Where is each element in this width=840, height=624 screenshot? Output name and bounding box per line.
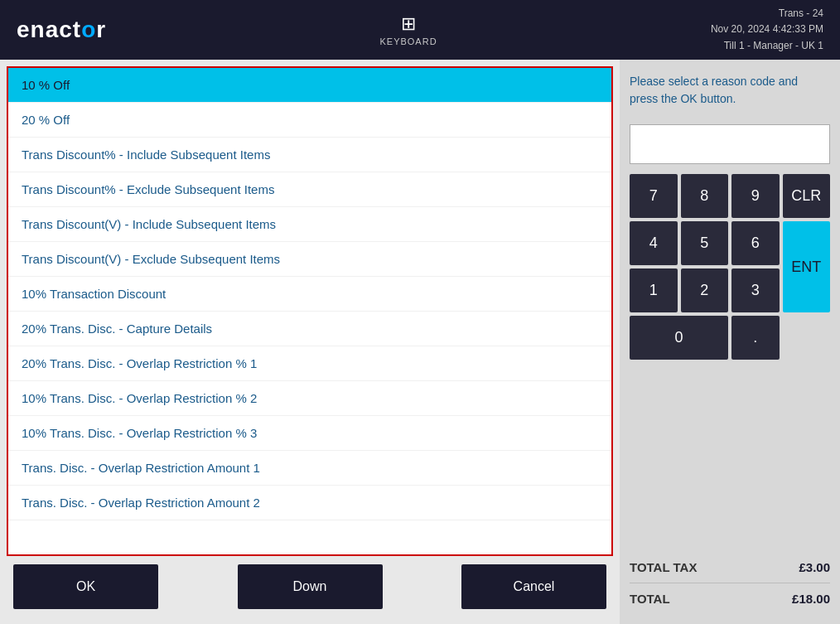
logo: enactor [17,17,106,43]
list-item[interactable]: Trans Discount% - Exclude Subsequent Ite… [8,172,611,207]
list-item[interactable]: 20% Trans. Disc. - Overlap Restriction %… [8,346,611,381]
total-tax-label: TOTAL TAX [630,560,697,574]
reason-code-list[interactable]: 10 % Off20 % OffTrans Discount% - Includ… [7,66,613,556]
numpad-btn-9[interactable]: 9 [731,174,780,218]
cancel-button[interactable]: Cancel [461,564,606,609]
ok-button[interactable]: OK [13,564,158,609]
list-item[interactable]: 20% Trans. Disc. - Capture Details [8,312,611,346]
main-content: 10 % Off20 % OffTrans Discount% - Includ… [0,60,840,624]
numpad-btn-4[interactable]: 4 [630,221,678,265]
numpad-btn-0[interactable]: 0 [630,316,728,360]
total-tax-value: £3.00 [799,560,830,574]
numpad-btn-clr[interactable]: CLR [783,174,831,218]
list-item[interactable]: Trans. Disc. - Overlap Restriction Amoun… [8,451,611,486]
list-item[interactable]: 10 % Off [8,68,611,103]
list-item[interactable]: 10% Transaction Discount [8,277,611,312]
numpad-btn-5[interactable]: 5 [681,221,729,265]
left-panel: 10 % Off20 % OffTrans Discount% - Includ… [0,60,620,624]
keyboard-label: KEYBOARD [379,36,437,46]
numpad-btn-2[interactable]: 2 [681,268,729,312]
numpad-btn-6[interactable]: 6 [731,221,780,265]
numpad-btn-1[interactable]: 1 [630,268,678,312]
list-item[interactable]: 20 % Off [8,103,611,138]
date-info: Nov 20, 2024 4:42:33 PM [711,22,823,37]
logo-dot: o [81,17,96,42]
numpad-btn-3[interactable]: 3 [731,268,780,312]
total-tax-row: TOTAL TAX £3.00 [630,552,830,583]
numpad-grid: 789CLR456ENT1230. [630,174,830,360]
numpad-input[interactable] [630,124,830,164]
total-label: TOTAL [630,592,670,606]
total-value: £18.00 [792,592,830,606]
numpad-btn-dot[interactable]: . [731,316,780,360]
trans-info: Trans - 24 [711,6,823,22]
till-info: Till 1 - Manager - UK 1 [711,38,823,54]
list-item[interactable]: 10% Trans. Disc. - Overlap Restriction %… [8,416,611,451]
list-item[interactable]: Trans Discount(V) - Include Subsequent I… [8,207,611,242]
header-info: Trans - 24 Nov 20, 2024 4:42:33 PM Till … [711,6,823,54]
bottom-bar: OK Down Cancel [7,556,613,617]
keyboard-section[interactable]: ⊞ KEYBOARD [379,13,437,46]
right-panel: Please select a reason code and press th… [620,60,840,624]
total-row: TOTAL £18.00 [630,583,830,614]
list-item[interactable]: Trans. Disc. - Overlap Restriction Amoun… [8,486,611,520]
list-item[interactable]: Trans Discount(V) - Exclude Subsequent I… [8,242,611,277]
keyboard-icon: ⊞ [401,13,416,35]
numpad-btn-ent[interactable]: ENT [783,221,831,312]
instruction-text: Please select a reason code and press th… [630,73,830,108]
list-item[interactable]: Trans Discount% - Include Subsequent Ite… [8,138,611,172]
list-item[interactable]: 10% Trans. Disc. - Overlap Restriction %… [8,381,611,416]
numpad-btn-8[interactable]: 8 [681,174,729,218]
down-button[interactable]: Down [238,564,383,609]
header: enactor ⊞ KEYBOARD Trans - 24 Nov 20, 20… [0,0,840,60]
totals-section: TOTAL TAX £3.00 TOTAL £18.00 [630,552,830,614]
numpad-btn-7[interactable]: 7 [630,174,678,218]
